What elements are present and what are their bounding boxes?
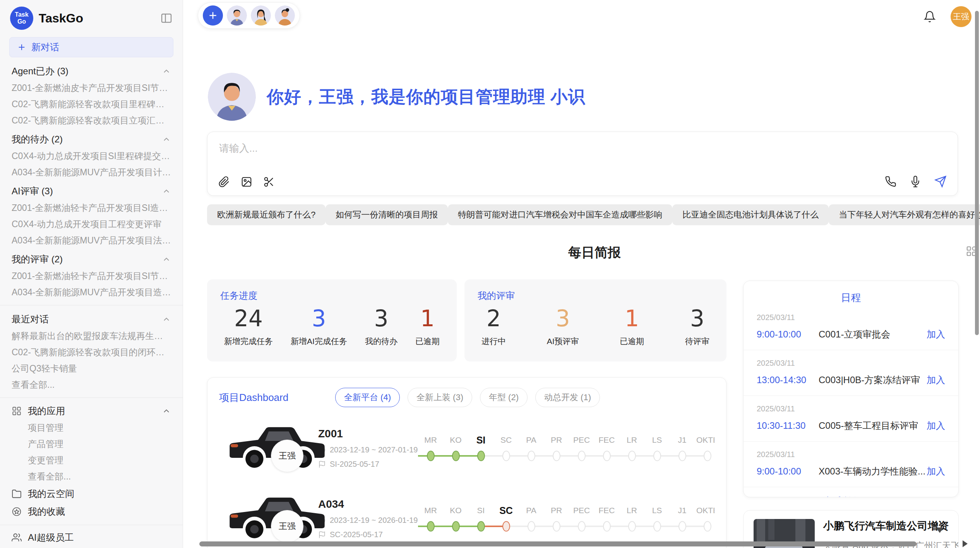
join-link[interactable]: 加入 [927, 420, 945, 432]
milestone-dot [704, 451, 711, 461]
sidebar-item-favorites[interactable]: 我的收藏 [12, 506, 171, 517]
filter-pill[interactable]: 全新上装 (3) [408, 388, 472, 407]
greeting-text: 你好，王强，我是你的项目管理助理 小识 [267, 86, 585, 108]
event-date: 2025/03/11 [757, 313, 945, 322]
milestone: FEC [594, 433, 619, 465]
join-link[interactable]: 加入 [927, 374, 945, 386]
sidebar: Task Go TaskGo 新对话 Agent已办 (3) Z00 [0, 0, 183, 548]
task-item[interactable]: Z001-全新燃油轻卡产品开发项目SI节点属性5D文件评审 [12, 271, 171, 281]
chat-input[interactable] [218, 142, 730, 155]
owner-badge: 王强 [271, 510, 303, 543]
milestone: LS [644, 433, 670, 465]
conversation-item[interactable]: C02-飞腾新能源轻客改款项目的闭环通告反馈情况 [12, 347, 171, 357]
dashboard-header: 项目Dashboard 全新平台 (4) 全新上装 (3) 年型 (2) 动总开… [219, 388, 714, 407]
milestone-dot [452, 521, 460, 532]
suggestion-chip[interactable]: 如何写一份清晰的项目周报 [326, 204, 448, 225]
scroll-right-arrow[interactable] [963, 540, 968, 547]
send-icon[interactable] [934, 175, 947, 188]
vertical-scrollbar-thumb[interactable] [975, 11, 979, 335]
milestone-dot [603, 521, 611, 532]
suggestion-chip[interactable]: 比亚迪全固态电池计划具体说了什么 [672, 204, 829, 225]
conversation-item[interactable]: 查看全部... [12, 380, 171, 390]
task-item[interactable]: Z001-全新燃油皮卡产品开发项目SI节点Lesson Learn报告 [12, 83, 171, 93]
task-item[interactable]: A034-全新新能源MUV产品开发项目造型可行性评审 [12, 287, 171, 297]
schedule-event: 2025/03/11 9:00-10:00 X003-车辆动力学性能验... 加… [744, 442, 958, 487]
event-time: 10:30-11:30 [757, 420, 819, 431]
section-header-my-apps[interactable]: 我的应用 [12, 406, 171, 416]
conversation-item[interactable]: 公司Q3轻卡销量 [12, 363, 171, 373]
suggestion-chip[interactable]: 欧洲新规最近颁布了什么? [207, 204, 326, 225]
logo-text-bottom: Go [17, 18, 26, 25]
sidebar-collapse-icon[interactable] [160, 12, 173, 24]
stat-label: 我的待办 [365, 336, 397, 347]
event-time: 13:00-14:30 [757, 375, 819, 385]
app-item[interactable]: 查看全部... [12, 471, 171, 481]
join-link[interactable]: 加入 [927, 328, 945, 341]
milestone-label: PEC [569, 503, 594, 517]
horizontal-scrollbar-thumb[interactable] [199, 541, 917, 546]
sidebar-item-ai-employee[interactable]: AI超级员工 [12, 532, 171, 543]
avatar[interactable] [275, 5, 295, 26]
avatar[interactable] [251, 5, 271, 26]
event-date: 2025/03/11 [757, 450, 945, 459]
event-time: 9:00-10:00 [757, 466, 819, 477]
suggestion-chip[interactable]: 特朗普可能对进口汽车增税会对中国车企造成哪些影响 [448, 204, 672, 225]
schedule-title: 日程 [744, 291, 958, 305]
section-header-ai-review[interactable]: AI评审 (3) [12, 186, 171, 197]
app-item[interactable]: 产品管理 [12, 439, 171, 449]
task-item[interactable]: A034-全新新能源MUV产品开发项目法规符合性评审 [12, 235, 171, 245]
project-row[interactable]: 王强 A034 2023-12-19 ~ 2026-01-19 SC-2025-… [219, 489, 714, 548]
attachment-paperclip-icon[interactable] [218, 176, 230, 188]
app-item[interactable]: 项目管理 [12, 423, 171, 433]
new-chat-button[interactable]: 新对话 [9, 37, 173, 57]
plus-icon [208, 10, 218, 21]
filter-pill[interactable]: 全新平台 (4) [335, 388, 400, 407]
scissors-icon[interactable] [263, 176, 275, 188]
task-item[interactable]: C0X4-动力总成开发项目工程变更评审 [12, 219, 171, 229]
suggestion-chip[interactable]: 当下年轻人对汽车外观有怎样的喜好趋势 [829, 204, 980, 225]
view-all-schedule-link[interactable]: 查看所有日程 [744, 487, 958, 497]
sidebar-item-cloud-space[interactable]: 我的云空间 [12, 488, 171, 499]
event-date: 2025/03/11 [757, 359, 945, 368]
task-item[interactable]: Z001-全新燃油轻卡产品开发项目SI造型提交物评审 [12, 203, 171, 213]
project-row[interactable]: 王强 Z001 2023-12-19 ~ 2027-01-19 SI-2025-… [219, 419, 714, 478]
divider [0, 525, 183, 525]
milestone-dot [653, 521, 661, 532]
task-item[interactable]: C0X4-动力总成开发项目SI里程碑提交物检查 [12, 151, 171, 161]
image-icon[interactable] [241, 176, 252, 188]
stat-value: 3 [291, 305, 347, 332]
task-item[interactable]: C02-飞腾新能源轻客改款项目里程碑画布 [12, 99, 171, 109]
scroll-down-arrow[interactable] [936, 527, 944, 533]
user-avatar[interactable]: 王强 [951, 6, 971, 27]
section-header-my-todo[interactable]: 我的待办 (2) [12, 134, 171, 145]
composer-left-tools [218, 176, 275, 188]
phone-icon[interactable] [885, 176, 896, 187]
milestone-label: SI [468, 503, 493, 517]
sidebar-item-label: AI超级员工 [28, 532, 74, 543]
microphone-icon[interactable] [910, 176, 921, 187]
task-item[interactable]: A034-全新新能源MUV产品开发项目计划变更表编写 [12, 167, 171, 177]
notification-bell-icon[interactable] [923, 10, 936, 23]
milestone-dot [452, 451, 460, 461]
milestone-dot [528, 521, 535, 532]
suggestion-chips: 欧洲新规最近颁布了什么?如何写一份清晰的项目周报特朗普可能对进口汽车增税会对中国… [207, 204, 958, 225]
add-button[interactable] [203, 5, 223, 26]
filter-pill[interactable]: 动总开发 (1) [535, 388, 600, 407]
join-link[interactable]: 加入 [927, 465, 945, 478]
app-item[interactable]: 变更管理 [12, 455, 171, 465]
milestone: LR [619, 433, 644, 465]
avatar[interactable] [227, 5, 247, 26]
owner-badge: 王强 [271, 440, 303, 472]
schedule-event: 2025/03/11 13:00-14:30 C003|H0B-方案冻结评审 加… [744, 350, 958, 396]
section-header-agent-done[interactable]: Agent已办 (3) [12, 66, 171, 77]
assistant-avatar [208, 73, 256, 121]
section-header-recent-chats[interactable]: 最近对话 [12, 314, 171, 325]
daily-brief-header: 每日简报 [207, 244, 980, 262]
filter-pill[interactable]: 年型 (2) [480, 388, 528, 407]
milestone: PR [544, 503, 569, 535]
section-header-my-review[interactable]: 我的评审 (2) [12, 254, 171, 265]
milestone: OKTB [695, 503, 714, 535]
milestone: PEC [569, 433, 594, 465]
conversation-item[interactable]: 解释最新出台的欧盟报废车法规再生塑料比例被调至15%... [12, 331, 171, 341]
task-item[interactable]: C02-飞腾新能源轻客改款项目立项汇报方案 [12, 115, 171, 125]
